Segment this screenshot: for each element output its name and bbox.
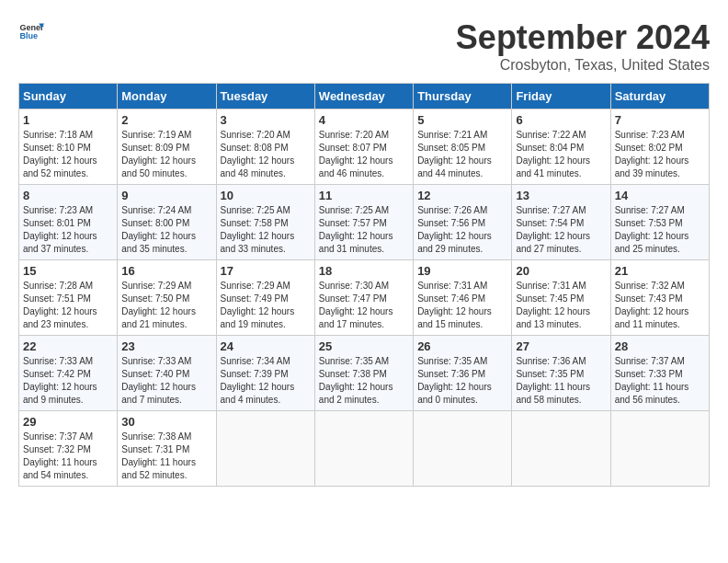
calendar-day: 30Sunrise: 7:38 AMSunset: 7:31 PMDayligh… [118,411,216,487]
col-saturday: Saturday [610,84,709,109]
col-monday: Monday [118,84,216,109]
logo: General Blue [18,18,44,44]
calendar-day [414,411,512,487]
calendar-day: 25Sunrise: 7:35 AMSunset: 7:38 PMDayligh… [314,336,413,411]
calendar-day: 29Sunrise: 7:37 AMSunset: 7:32 PMDayligh… [19,411,118,487]
calendar-day: 10Sunrise: 7:25 AMSunset: 7:58 PMDayligh… [216,185,314,260]
title-section: September 2024 Crosbyton, Texas, United … [456,18,710,74]
calendar-day [314,411,413,487]
calendar-day: 2Sunrise: 7:19 AMSunset: 8:09 PMDaylight… [118,109,216,185]
calendar-day: 20Sunrise: 7:31 AMSunset: 7:45 PMDayligh… [512,260,610,336]
page-header: General Blue September 2024 Crosbyton, T… [18,18,710,74]
col-friday: Friday [512,84,610,109]
header-row: Sunday Monday Tuesday Wednesday Thursday… [19,84,710,109]
calendar-day: 16Sunrise: 7:29 AMSunset: 7:50 PMDayligh… [118,260,216,336]
calendar-day: 15Sunrise: 7:28 AMSunset: 7:51 PMDayligh… [19,260,118,336]
calendar-day: 23Sunrise: 7:33 AMSunset: 7:40 PMDayligh… [118,336,216,411]
calendar-day: 27Sunrise: 7:36 AMSunset: 7:35 PMDayligh… [512,336,610,411]
col-sunday: Sunday [19,84,118,109]
col-thursday: Thursday [414,84,512,109]
calendar-day: 19Sunrise: 7:31 AMSunset: 7:46 PMDayligh… [414,260,512,336]
svg-text:Blue: Blue [19,31,38,40]
calendar-day: 21Sunrise: 7:32 AMSunset: 7:43 PMDayligh… [610,260,709,336]
week-row: 29Sunrise: 7:37 AMSunset: 7:32 PMDayligh… [19,411,710,487]
col-tuesday: Tuesday [216,84,314,109]
calendar-day [610,411,709,487]
calendar-day: 9Sunrise: 7:24 AMSunset: 8:00 PMDaylight… [118,185,216,260]
week-row: 15Sunrise: 7:28 AMSunset: 7:51 PMDayligh… [19,260,710,336]
week-row: 22Sunrise: 7:33 AMSunset: 7:42 PMDayligh… [19,336,710,411]
calendar-day: 6Sunrise: 7:22 AMSunset: 8:04 PMDaylight… [512,109,610,185]
calendar-subtitle: Crosbyton, Texas, United States [456,57,710,74]
logo-icon: General Blue [18,18,44,44]
calendar-day: 14Sunrise: 7:27 AMSunset: 7:53 PMDayligh… [610,185,709,260]
calendar-day: 17Sunrise: 7:29 AMSunset: 7:49 PMDayligh… [216,260,314,336]
calendar-day: 3Sunrise: 7:20 AMSunset: 8:08 PMDaylight… [216,109,314,185]
calendar-day: 13Sunrise: 7:27 AMSunset: 7:54 PMDayligh… [512,185,610,260]
col-wednesday: Wednesday [314,84,413,109]
calendar-day: 28Sunrise: 7:37 AMSunset: 7:33 PMDayligh… [610,336,709,411]
calendar-day: 18Sunrise: 7:30 AMSunset: 7:47 PMDayligh… [314,260,413,336]
calendar-day: 4Sunrise: 7:20 AMSunset: 8:07 PMDaylight… [314,109,413,185]
calendar-table: Sunday Monday Tuesday Wednesday Thursday… [18,83,710,487]
calendar-day: 12Sunrise: 7:26 AMSunset: 7:56 PMDayligh… [414,185,512,260]
calendar-day: 7Sunrise: 7:23 AMSunset: 8:02 PMDaylight… [610,109,709,185]
calendar-title: September 2024 [456,18,710,57]
calendar-day: 24Sunrise: 7:34 AMSunset: 7:39 PMDayligh… [216,336,314,411]
calendar-day: 11Sunrise: 7:25 AMSunset: 7:57 PMDayligh… [314,185,413,260]
calendar-day: 5Sunrise: 7:21 AMSunset: 8:05 PMDaylight… [414,109,512,185]
week-row: 1Sunrise: 7:18 AMSunset: 8:10 PMDaylight… [19,109,710,185]
calendar-day [512,411,610,487]
calendar-day: 1Sunrise: 7:18 AMSunset: 8:10 PMDaylight… [19,109,118,185]
calendar-day: 8Sunrise: 7:23 AMSunset: 8:01 PMDaylight… [19,185,118,260]
calendar-day [216,411,314,487]
calendar-day: 26Sunrise: 7:35 AMSunset: 7:36 PMDayligh… [414,336,512,411]
week-row: 8Sunrise: 7:23 AMSunset: 8:01 PMDaylight… [19,185,710,260]
calendar-day: 22Sunrise: 7:33 AMSunset: 7:42 PMDayligh… [19,336,118,411]
